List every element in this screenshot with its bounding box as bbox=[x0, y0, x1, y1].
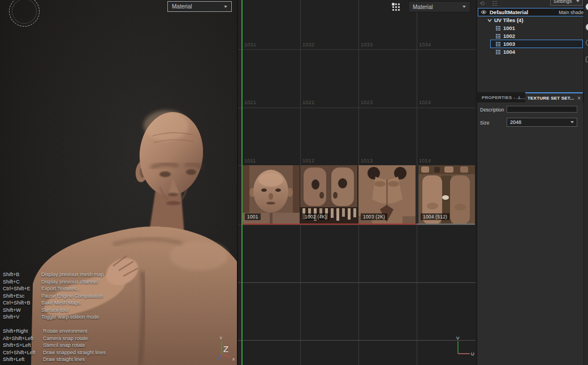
tab-layers[interactable]: L... bbox=[518, 92, 525, 102]
uv-tile-item-1004[interactable]: 1004 bbox=[496, 48, 515, 55]
view-mode-select-3d[interactable]: Material bbox=[167, 1, 232, 12]
tile-label: 1003 (2K) bbox=[361, 213, 387, 220]
clipped-tool-icon[interactable] bbox=[586, 40, 588, 46]
tile-grid-icon bbox=[496, 26, 500, 31]
material-name: DefaultMaterial bbox=[490, 9, 559, 15]
viewport-3d[interactable]: Material Shift+BDisplay previous mesh ma… bbox=[0, 0, 237, 365]
udim-grid-label: 1014 bbox=[419, 158, 431, 164]
viewport-2d[interactable]: 1031 1032 1033 1034 1021 1022 1023 1024 … bbox=[238, 0, 475, 365]
uv-tiles-group-row[interactable]: UV Tiles (4) bbox=[487, 16, 524, 24]
udim-grid-label: 1022 bbox=[302, 100, 314, 105]
eye-visibility-icon[interactable] bbox=[481, 10, 487, 15]
shortcut-list-secondary: Shift+RightRotate environment Alt+Shift+… bbox=[3, 329, 106, 362]
udim-grid-label: 1012 bbox=[302, 158, 314, 164]
brush-cursor-inner-icon bbox=[12, 0, 37, 24]
uv-tile-item-1002[interactable]: 1002 bbox=[496, 32, 515, 40]
udim-grid-label: 1023 bbox=[361, 100, 373, 105]
grid-line bbox=[238, 49, 475, 50]
grid-line bbox=[417, 0, 417, 365]
tile-bottom-border bbox=[417, 224, 475, 225]
texture-set-settings-content: Description Size 2048 bbox=[477, 102, 583, 365]
tab-texture-set-settings[interactable]: TEXTURE SET SET... × bbox=[525, 92, 583, 102]
v-axis-line bbox=[241, 0, 243, 365]
u-axis-line bbox=[241, 224, 417, 225]
svg-text:V: V bbox=[456, 336, 460, 341]
grid-line bbox=[238, 225, 475, 225]
view-mode-select-2d[interactable]: Material bbox=[408, 1, 470, 12]
udim-grid-label: 1032 bbox=[302, 42, 314, 48]
shortcut-list-primary: Shift+BDisplay previous mesh map Shift+C… bbox=[3, 272, 104, 320]
size-value: 2048 bbox=[510, 119, 521, 125]
material-row[interactable]: DefaultMaterial Main shader bbox=[478, 8, 583, 16]
tile-grid-icon bbox=[496, 42, 500, 46]
history-icon[interactable]: ☷ bbox=[492, 1, 498, 7]
svg-text:x: x bbox=[232, 357, 235, 362]
tile-grid-icon bbox=[496, 50, 500, 54]
properties-tab-bar: PROPERTIES - ... L... TEXTURE SET SET...… bbox=[477, 92, 583, 102]
svg-text:U: U bbox=[471, 351, 474, 357]
settings-dropdown[interactable]: Settings bbox=[550, 0, 583, 6]
udim-tile-1002[interactable]: 1002 (4K) bbox=[300, 165, 357, 224]
grid-line bbox=[238, 340, 475, 341]
axis-gizmo-uv: V U bbox=[449, 335, 475, 358]
udim-grid-label: 1034 bbox=[419, 42, 431, 48]
tile-grid-icon bbox=[496, 34, 500, 38]
docked-toolbar-strip bbox=[583, 0, 588, 365]
view-mode-label-2d: Material bbox=[413, 4, 433, 10]
grid-line bbox=[238, 108, 475, 108]
chevron-down-icon bbox=[570, 121, 574, 123]
uv-tiles-group-label: UV Tiles (4) bbox=[494, 17, 524, 23]
size-select[interactable]: 2048 bbox=[507, 118, 577, 127]
chevron-down-icon bbox=[576, 0, 580, 2]
description-input[interactable] bbox=[507, 106, 577, 113]
shader-label: Main shader bbox=[559, 10, 583, 15]
udim-grid-label: 1033 bbox=[361, 42, 373, 48]
svg-text:Y: Y bbox=[219, 336, 223, 341]
close-icon[interactable]: × bbox=[577, 95, 581, 101]
description-label: Description bbox=[480, 107, 504, 113]
udim-grid-label: 1021 bbox=[244, 100, 256, 105]
size-label: Size bbox=[480, 120, 490, 126]
axis-gizmo-3d: Y Z x bbox=[214, 334, 237, 363]
udim-tile-1004[interactable]: 1004 (512) bbox=[418, 165, 475, 224]
chevron-down-icon bbox=[224, 6, 227, 8]
udim-tiles-view-icon[interactable] bbox=[392, 3, 400, 11]
uv-tile-item-1001[interactable]: 1001 bbox=[496, 24, 515, 32]
udim-grid-label: 1031 bbox=[244, 42, 256, 48]
clipped-tool-icon[interactable] bbox=[586, 24, 588, 31]
tile-label: 1001 bbox=[245, 213, 261, 220]
sync-icon[interactable]: ⟲ bbox=[479, 1, 485, 7]
tab-properties[interactable]: PROPERTIES - ... bbox=[482, 92, 521, 102]
settings-label: Settings bbox=[554, 0, 572, 4]
view-mode-label-3d: Material bbox=[172, 3, 192, 10]
chevron-expand-icon[interactable] bbox=[487, 19, 492, 22]
udim-grid-label: 1024 bbox=[419, 100, 431, 105]
texture-set-panel: ⟲ ☷ Settings DefaultMaterial Main shader… bbox=[477, 0, 583, 365]
application-window: Material Shift+BDisplay previous mesh ma… bbox=[0, 0, 588, 365]
grid-line bbox=[238, 282, 475, 283]
tile-label: 1002 (4K) bbox=[302, 213, 329, 220]
uv-tile-item-1003[interactable]: 1003 bbox=[496, 40, 515, 48]
svg-text:Z: Z bbox=[223, 344, 228, 354]
udim-tile-1001[interactable]: 1001 bbox=[243, 165, 300, 224]
clipped-tool-icon[interactable] bbox=[586, 3, 588, 10]
chevron-down-icon bbox=[462, 6, 466, 8]
tile-label: 1004 (512) bbox=[421, 213, 449, 220]
udim-tile-1003[interactable]: 1003 (2K) bbox=[358, 165, 416, 224]
udim-grid-label: 1011 bbox=[244, 158, 256, 164]
udim-grid-label: 1013 bbox=[361, 158, 373, 164]
clipped-tool-icon[interactable] bbox=[586, 57, 588, 62]
